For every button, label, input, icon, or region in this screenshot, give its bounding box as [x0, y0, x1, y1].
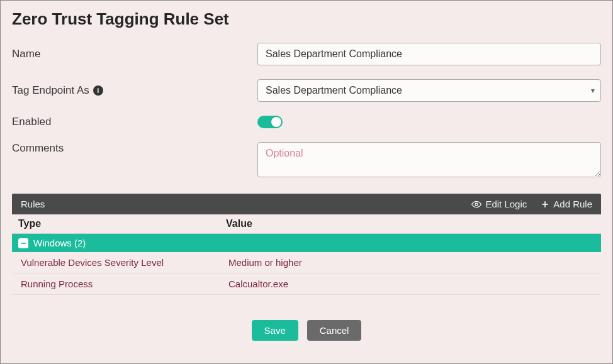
rules-header: Rules Edit Logic Add Rule — [12, 194, 601, 214]
rule-row[interactable]: Running Process Calcualtor.exe — [12, 273, 601, 295]
column-type: Type — [18, 218, 226, 229]
column-value: Value — [226, 218, 592, 229]
tag-label: Tag Endpoint As i — [12, 84, 257, 97]
add-rule-label: Add Rule — [553, 199, 592, 209]
collapse-icon[interactable]: − — [18, 238, 28, 248]
rule-value: Calcualtor.exe — [228, 279, 595, 289]
form-row-enabled: Enabled — [12, 116, 601, 128]
form-row-tag: Tag Endpoint As i Sales Department Compl… — [12, 79, 601, 102]
rule-row[interactable]: Vulnerable Devices Severity Level Medium… — [12, 252, 601, 273]
tag-endpoint-select[interactable]: Sales Department Compliance — [257, 79, 601, 102]
svg-point-0 — [475, 203, 478, 206]
enabled-label: Enabled — [12, 116, 257, 128]
rule-type: Vulnerable Devices Severity Level — [21, 257, 228, 268]
form-row-comments: Comments — [12, 142, 601, 180]
eye-icon — [471, 199, 481, 209]
form-row-name: Name — [12, 43, 601, 65]
page-title: Zero Trust Tagging Rule Set — [12, 9, 601, 29]
add-rule-button[interactable]: Add Rule — [541, 199, 592, 209]
edit-logic-button[interactable]: Edit Logic — [471, 199, 527, 209]
cancel-button[interactable]: Cancel — [307, 320, 362, 341]
tag-label-text: Tag Endpoint As — [12, 84, 89, 97]
name-label: Name — [12, 48, 257, 60]
rule-group-label: Windows (2) — [33, 238, 86, 248]
rules-table-head: Type Value — [12, 214, 601, 234]
button-row: Save Cancel — [12, 320, 601, 341]
name-input[interactable] — [257, 43, 601, 65]
comments-textarea[interactable] — [257, 142, 601, 177]
enabled-toggle[interactable] — [257, 116, 283, 128]
comments-label: Comments — [12, 142, 257, 155]
rule-type: Running Process — [21, 279, 228, 289]
toggle-knob — [271, 117, 281, 127]
rules-header-title: Rules — [21, 199, 458, 209]
save-button[interactable]: Save — [252, 320, 298, 341]
rule-value: Medium or higher — [228, 257, 595, 268]
rule-group-windows[interactable]: − Windows (2) — [12, 234, 601, 252]
plus-icon — [541, 200, 549, 209]
edit-logic-label: Edit Logic — [485, 199, 527, 209]
info-icon[interactable]: i — [93, 85, 103, 96]
